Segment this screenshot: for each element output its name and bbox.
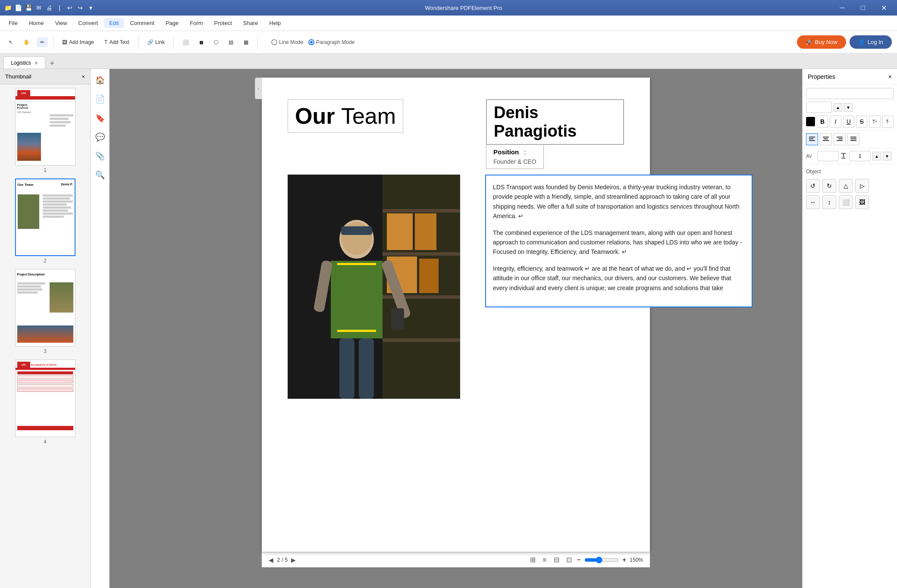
canvas-area[interactable]: ‹ Our Team Denis Panagiotis Position : <box>110 69 802 588</box>
align-justify-button[interactable] <box>847 133 859 145</box>
text-color-swatch[interactable] <box>806 117 815 126</box>
thumbnail-close-icon[interactable]: × <box>82 73 85 80</box>
thumbnail-page-4[interactable]: LDS Acceptance of Quote 4 <box>3 360 87 445</box>
flip-horizontal-button[interactable]: ▷ <box>855 179 869 193</box>
close-button[interactable]: ✕ <box>874 0 894 16</box>
print-icon[interactable]: 🖨 <box>45 3 53 12</box>
new-icon[interactable]: 📄 <box>14 3 22 12</box>
subscript-button[interactable]: T- <box>882 116 894 128</box>
font-dropdown[interactable] <box>806 88 894 99</box>
maximize-button[interactable]: □ <box>853 0 873 16</box>
hand-tool-button[interactable]: ✋ <box>20 38 33 47</box>
menu-edit[interactable]: Edit <box>104 18 124 28</box>
position-box[interactable]: Position : Founder & CEO <box>486 144 544 169</box>
align-top-obj-button[interactable]: ↕ <box>822 195 836 209</box>
align-right-button[interactable] <box>834 133 846 145</box>
our-team-title-box[interactable]: Our Team <box>288 99 403 133</box>
buy-now-button[interactable]: 🚀 Buy Now <box>797 35 846 49</box>
zoom-minus-button[interactable]: − <box>577 556 581 564</box>
search-sidebar-icon[interactable]: 🔍 <box>92 167 108 183</box>
minimize-button[interactable]: ─ <box>832 0 852 16</box>
menu-comment[interactable]: Comment <box>125 18 160 28</box>
save-icon[interactable]: 💾 <box>24 3 33 12</box>
thumb2-lines <box>43 194 73 219</box>
menu-page[interactable]: Page <box>160 18 184 28</box>
superscript-button[interactable]: T+ <box>869 116 880 128</box>
svg-rect-24 <box>809 138 813 139</box>
footer-button[interactable]: ▦ <box>240 38 252 47</box>
main-text-box[interactable]: LDS Transport was founded by Denis Medei… <box>485 175 753 307</box>
paragraph-2: The combined experience of the LDS manag… <box>493 228 745 257</box>
strikethrough-button[interactable]: S <box>856 116 867 128</box>
add-text-button[interactable]: T Add Text <box>101 38 133 47</box>
font-size-down-button[interactable]: ▼ <box>844 103 853 112</box>
align-center-button[interactable] <box>820 133 832 145</box>
select-tool-button[interactable]: ↖ <box>5 38 16 47</box>
redact-button[interactable]: ◼ <box>196 38 207 47</box>
rotate-cw-button[interactable]: ↻ <box>822 179 836 193</box>
single-page-view-button[interactable]: ⊞ <box>528 555 537 565</box>
link-button[interactable]: 🔗 Link <box>144 38 168 47</box>
continuous-view-button[interactable]: ≡ <box>541 555 548 565</box>
underline-button[interactable]: U <box>843 116 854 128</box>
watermark-button[interactable]: ⬡ <box>210 38 222 47</box>
login-button[interactable]: 👤 Log In <box>850 35 892 49</box>
flip-vertical-button[interactable]: △ <box>839 179 853 193</box>
menu-view[interactable]: View <box>50 18 72 28</box>
undo-icon[interactable]: ↩ <box>66 3 74 12</box>
line-spacing-input[interactable] <box>849 151 871 161</box>
logistics-tab[interactable]: Logistics × <box>3 56 45 69</box>
tab-close-button[interactable]: × <box>34 59 38 66</box>
comment-sidebar-icon[interactable]: 💬 <box>92 129 108 145</box>
pages-sidebar-icon[interactable]: 📄 <box>92 91 108 107</box>
prev-page-button[interactable]: ◀ <box>269 557 273 563</box>
redo-icon[interactable]: ↪ <box>76 3 85 12</box>
letter-spacing-input[interactable] <box>817 151 839 161</box>
menu-file[interactable]: File <box>3 18 23 28</box>
zoom-slider[interactable] <box>584 557 619 563</box>
menu-convert[interactable]: Convert <box>73 18 104 28</box>
new-tab-button[interactable]: + <box>47 58 57 69</box>
zoom-percentage: 150% <box>630 557 643 563</box>
bookmark-sidebar-icon[interactable]: 🔖 <box>92 110 108 126</box>
line-spacing-down-button[interactable]: ▼ <box>883 152 891 160</box>
line-spacing-up-button[interactable]: ▲ <box>872 152 881 160</box>
next-page-button[interactable]: ▶ <box>291 557 296 563</box>
font-size-dropdown[interactable] <box>806 102 832 113</box>
zoom-plus-button[interactable]: + <box>622 556 626 564</box>
file-icon[interactable]: 📁 <box>3 3 12 12</box>
thumbnail-page-1[interactable]: LDS Project Proposal LDS Transport <box>3 88 87 173</box>
menu-form[interactable]: Form <box>185 18 208 28</box>
email-icon[interactable]: ✉ <box>34 3 43 12</box>
align-left-obj-button[interactable]: ↔ <box>806 195 820 209</box>
replace-image-button[interactable]: 🖼 <box>855 195 869 209</box>
svg-rect-3 <box>383 209 460 213</box>
paragraph-mode-radio[interactable]: Paragraph Mode <box>308 39 354 45</box>
italic-button[interactable]: I <box>830 116 841 128</box>
collapse-left-button[interactable]: ‹ <box>255 78 262 99</box>
menu-help[interactable]: Help <box>264 18 286 28</box>
dropdown-icon[interactable]: ▾ <box>86 3 95 12</box>
edit-tool-button[interactable]: ✏ <box>37 38 48 47</box>
thumbnail-page-2[interactable]: Our Team Denis P. <box>3 178 87 264</box>
bottom-bar: ◀ 2 / 5 ▶ ⊞ ≡ ⊟ ⊡ − + 150% <box>262 552 650 567</box>
add-image-button[interactable]: 🖼 Add Image <box>59 38 97 47</box>
line-mode-radio[interactable]: Line Mode <box>271 39 303 45</box>
grid-view-button[interactable]: ⊡ <box>565 555 574 565</box>
crop-obj-button[interactable]: ⬜ <box>839 195 853 209</box>
menu-home[interactable]: Home <box>24 18 49 28</box>
person-name-box[interactable]: Denis Panagiotis <box>486 99 624 145</box>
thumbnail-page-3[interactable]: Project Description 3 <box>3 269 87 354</box>
align-left-button[interactable] <box>806 133 818 145</box>
bold-button[interactable]: B <box>817 116 828 128</box>
menu-share[interactable]: Share <box>238 18 263 28</box>
font-size-up-button[interactable]: ▲ <box>834 103 842 112</box>
attachment-sidebar-icon[interactable]: 📎 <box>92 148 108 164</box>
header-button[interactable]: ▤ <box>225 38 237 47</box>
home-sidebar-icon[interactable]: 🏠 <box>92 72 108 88</box>
menu-protect[interactable]: Protect <box>209 18 237 28</box>
rotate-ccw-button[interactable]: ↺ <box>806 179 820 193</box>
two-page-view-button[interactable]: ⊟ <box>552 555 561 565</box>
properties-close-icon[interactable]: × <box>888 73 892 80</box>
crop-button[interactable]: ⬜ <box>179 38 192 47</box>
